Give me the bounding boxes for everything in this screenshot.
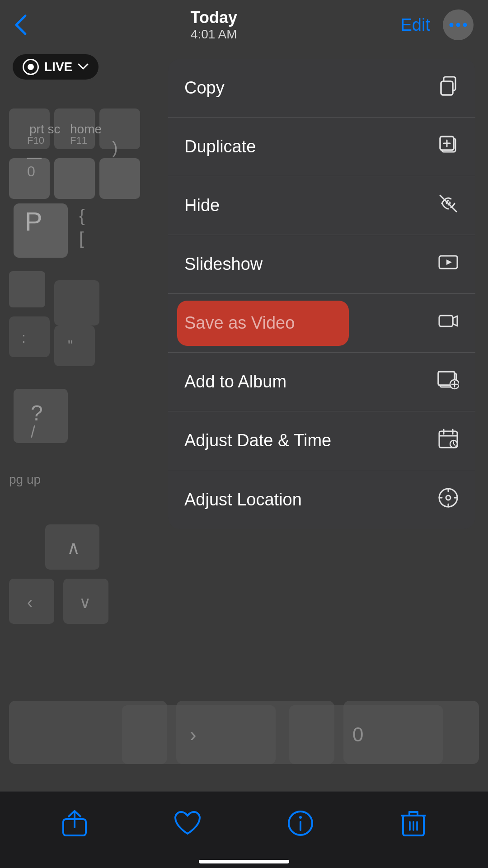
svg-rect-8: [9, 271, 45, 307]
video-icon: [437, 310, 459, 336]
live-badge[interactable]: LIVE: [13, 54, 99, 80]
nav-title-group: Today 4:01 AM: [191, 8, 237, 42]
menu-item-slideshow[interactable]: Slideshow: [168, 235, 475, 294]
location-icon: [437, 487, 459, 513]
adjust-date-label: Adjust Date & Time: [184, 431, 331, 450]
svg-rect-6: [99, 158, 140, 199]
duplicate-label: Duplicate: [184, 137, 256, 156]
live-chevron-icon: [78, 63, 89, 71]
svg-text:F10: F10: [27, 135, 44, 146]
favorite-button[interactable]: [169, 805, 206, 841]
hide-icon: [437, 193, 459, 218]
add-to-album-icon: [437, 369, 459, 395]
svg-rect-9: [54, 280, 99, 326]
svg-text:F11: F11: [70, 135, 87, 146]
svg-text:pg up: pg up: [9, 472, 41, 486]
bottom-toolbar: [0, 791, 488, 868]
svg-point-81: [299, 816, 302, 819]
live-icon: [23, 59, 39, 75]
svg-rect-23: [9, 316, 50, 357]
svg-text:": ": [68, 337, 73, 354]
svg-text:0: 0: [27, 163, 35, 179]
info-button[interactable]: [282, 805, 319, 841]
duplicate-icon: [437, 134, 459, 160]
svg-text:{: {: [79, 206, 85, 225]
svg-text:‹: ‹: [27, 593, 33, 612]
menu-item-adjust-location[interactable]: Adjust Location: [168, 470, 475, 529]
nav-bar: Today 4:01 AM Edit: [0, 0, 488, 50]
menu-item-save-video[interactable]: Save as Video: [168, 294, 475, 353]
calendar-icon: [437, 428, 459, 453]
more-button[interactable]: [443, 9, 474, 40]
svg-point-42: [456, 23, 460, 27]
nav-right: Edit: [401, 9, 474, 40]
svg-rect-39: [289, 705, 443, 764]
add-to-album-label: Add to Album: [184, 372, 286, 392]
edit-button[interactable]: Edit: [401, 15, 430, 35]
menu-item-copy[interactable]: Copy: [168, 59, 475, 118]
svg-text::: :: [22, 330, 26, 346]
svg-text:∧: ∧: [67, 538, 80, 557]
svg-text:∨: ∨: [79, 593, 91, 612]
save-video-label: Save as Video: [184, 313, 295, 333]
live-label: LIVE: [44, 60, 72, 74]
svg-text:?: ?: [31, 401, 43, 425]
svg-text:P: P: [25, 207, 42, 236]
menu-item-add-to-album[interactable]: Add to Album: [168, 353, 475, 411]
menu-item-adjust-date[interactable]: Adjust Date & Time: [168, 411, 475, 470]
copy-label: Copy: [184, 78, 225, 98]
nav-title: Today: [191, 8, 237, 27]
svg-point-76: [446, 495, 450, 500]
svg-text:0: 0: [352, 723, 363, 745]
svg-text:prt sc: prt sc: [29, 122, 60, 136]
svg-rect-45: [441, 81, 453, 95]
svg-rect-25: [54, 326, 95, 366]
live-dot: [28, 64, 34, 70]
share-button[interactable]: [56, 805, 93, 841]
svg-rect-3: [99, 108, 140, 149]
delete-button[interactable]: [395, 805, 432, 841]
menu-item-duplicate[interactable]: Duplicate: [168, 118, 475, 176]
slideshow-label: Slideshow: [184, 255, 263, 274]
context-menu: Copy Duplicate Hide: [168, 59, 475, 529]
svg-text:›: ›: [190, 723, 197, 745]
menu-item-hide[interactable]: Hide: [168, 176, 475, 235]
svg-point-41: [449, 23, 453, 27]
svg-text:—: —: [27, 149, 42, 165]
svg-rect-5: [54, 158, 95, 199]
svg-marker-57: [453, 316, 457, 326]
slideshow-icon: [437, 251, 459, 277]
svg-text:home: home: [70, 122, 102, 136]
home-indicator: [199, 860, 289, 863]
hide-label: Hide: [184, 196, 220, 215]
svg-rect-37: [122, 705, 276, 764]
svg-marker-55: [446, 259, 452, 265]
back-button[interactable]: [14, 14, 27, 36]
nav-subtitle: 4:01 AM: [191, 27, 237, 41]
svg-text:[: [: [79, 229, 84, 248]
svg-text:/: /: [31, 423, 35, 441]
adjust-location-label: Adjust Location: [184, 490, 302, 509]
svg-text:): ): [112, 138, 118, 157]
svg-rect-56: [439, 316, 453, 326]
copy-icon: [437, 75, 459, 101]
svg-point-43: [463, 23, 467, 27]
